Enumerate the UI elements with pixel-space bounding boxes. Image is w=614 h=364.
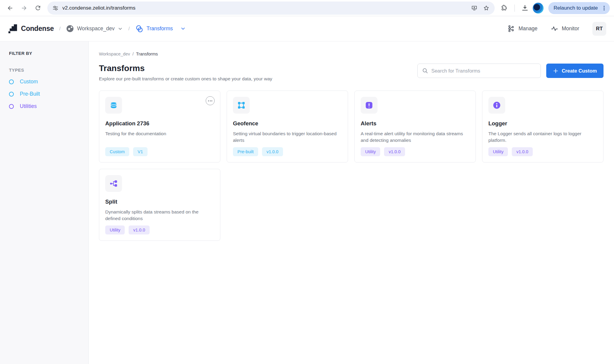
browser-profile-avatar[interactable]	[533, 3, 544, 13]
radio-icon[interactable]	[9, 92, 14, 97]
breadcrumb-separator: /	[133, 52, 134, 56]
nav-transforms[interactable]: Transforms	[135, 25, 186, 33]
workspace-name: Workspace_dev	[77, 25, 115, 32]
card-options-menu-button[interactable]	[206, 96, 215, 105]
search-icon	[422, 67, 428, 74]
filter-option-utilities[interactable]: Utilities	[9, 103, 79, 109]
header-separator-2: /	[128, 26, 130, 31]
card-description: A real-time alert utility for monitoring…	[361, 130, 469, 144]
page-subtitle: Explore our pre-built transforms or crea…	[99, 76, 272, 82]
filter-option-label: Utilities	[20, 103, 37, 109]
card-icon-tile	[488, 97, 505, 114]
browser-menu-kebab-icon[interactable]	[601, 5, 607, 11]
tag-type: Utility	[361, 147, 380, 156]
app-header: Condense / Workspace_dev / Transforms	[0, 16, 614, 41]
monitor-label: Monitor	[562, 25, 579, 32]
chevron-down-icon	[118, 26, 123, 31]
tag-type: Custom	[105, 147, 129, 156]
card-icon-tile	[105, 175, 122, 192]
user-avatar[interactable]: RT	[592, 22, 606, 36]
download-icon	[521, 4, 529, 12]
breadcrumb-workspace[interactable]: Workspace_dev	[99, 52, 130, 56]
back-button[interactable]	[4, 2, 16, 14]
manage-label: Manage	[518, 25, 537, 32]
tag-version: v1.0.0	[262, 147, 283, 156]
extensions-puzzle-icon	[501, 4, 508, 11]
transform-card-geofence[interactable]: Geofence Setting virtual boundaries to t…	[227, 91, 348, 163]
plus-icon	[553, 68, 559, 74]
condense-logo-icon	[8, 24, 18, 34]
create-custom-button[interactable]: Create Custom	[546, 64, 604, 78]
tag-type: Pre-built	[233, 147, 258, 156]
header-separator: /	[59, 26, 61, 31]
card-title: Logger	[488, 120, 597, 127]
filter-by-heading: FILTER BY	[9, 51, 79, 56]
transforms-venn-icon	[135, 25, 144, 33]
card-icon-tile	[361, 97, 377, 114]
bookmark-button[interactable]	[481, 3, 492, 13]
brand-name: Condense	[21, 25, 54, 33]
bookmark-star-icon	[483, 5, 490, 11]
monitor-button[interactable]: Monitor	[551, 25, 579, 32]
monitor-pulse-icon	[551, 25, 558, 32]
extensions-button[interactable]	[498, 2, 510, 14]
tag-type: Utility	[488, 147, 508, 156]
manage-cluster-icon	[507, 25, 515, 32]
install-app-button[interactable]	[469, 3, 480, 13]
toolbar-divider	[514, 4, 515, 12]
relaunch-to-update-button[interactable]: Relaunch to update	[548, 2, 610, 14]
split-icon	[109, 179, 118, 188]
address-bar[interactable]: v2.condense.zeliot.in/transforms	[47, 1, 495, 15]
transform-card-logger[interactable]: Logger The Logger sends all container lo…	[482, 91, 604, 163]
transform-card-application-2736[interactable]: Application 2736 Testing for the documen…	[99, 91, 220, 163]
workspace-avatar-icon	[66, 25, 74, 33]
breadcrumb-current: Transforms	[136, 52, 158, 56]
nav-transforms-label: Transforms	[147, 25, 173, 32]
card-title: Alerts	[361, 120, 469, 127]
create-custom-label: Create Custom	[562, 68, 597, 74]
back-arrow-icon	[7, 4, 14, 12]
card-description: Setting virtual boundaries to trigger lo…	[233, 130, 342, 144]
reload-button[interactable]	[32, 2, 44, 14]
url-text[interactable]: v2.condense.zeliot.in/transforms	[62, 5, 469, 11]
alert-icon	[365, 101, 373, 109]
breadcrumb: Workspace_dev / Transforms	[99, 52, 604, 56]
transform-card-alerts[interactable]: Alerts A real-time alert utility for mon…	[354, 91, 476, 163]
manage-button[interactable]: Manage	[507, 25, 537, 32]
tag-version: v1.0.0	[512, 147, 533, 156]
tag-version: V1	[133, 147, 148, 156]
filter-option-label: Custom	[20, 79, 38, 85]
transforms-grid: Application 2736 Testing for the documen…	[99, 91, 604, 241]
card-description: Dynamically splits data streams based on…	[105, 209, 214, 222]
page-title: Transforms	[99, 64, 272, 73]
filter-option-pre-built[interactable]: Pre-Built	[9, 91, 79, 97]
relaunch-label: Relaunch to update	[554, 5, 598, 11]
card-description: The Logger sends all container logs to l…	[488, 130, 597, 144]
forward-button[interactable]	[18, 2, 30, 14]
types-heading: TYPES	[9, 68, 79, 73]
install-app-icon	[471, 5, 478, 11]
card-icon-tile	[105, 97, 122, 114]
card-title: Application 2736	[105, 120, 214, 127]
tag-type: Utility	[105, 225, 125, 234]
brand[interactable]: Condense	[8, 24, 54, 34]
main-content: Workspace_dev / Transforms Transforms Ex…	[89, 41, 614, 364]
radio-icon[interactable]	[9, 104, 14, 109]
tag-version: v1.0.0	[129, 225, 150, 234]
search-box[interactable]	[417, 64, 541, 78]
geofence-icon	[237, 101, 246, 109]
browser-toolbar: v2.condense.zeliot.in/transforms	[0, 0, 614, 16]
search-input[interactable]	[431, 68, 536, 74]
site-settings-icon[interactable]	[52, 5, 59, 11]
nav-chevron-down-icon	[180, 26, 186, 31]
filter-option-custom[interactable]: Custom	[9, 79, 79, 85]
workspace-selector[interactable]: Workspace_dev	[66, 25, 123, 33]
card-icon-tile	[233, 97, 250, 114]
tag-version: v1.0.0	[384, 147, 405, 156]
reload-icon	[34, 4, 41, 11]
transform-card-split[interactable]: Split Dynamically splits data streams ba…	[99, 169, 220, 241]
info-icon	[493, 101, 501, 109]
downloads-button[interactable]	[519, 2, 531, 14]
database-icon	[109, 101, 118, 109]
radio-icon[interactable]	[9, 79, 14, 84]
